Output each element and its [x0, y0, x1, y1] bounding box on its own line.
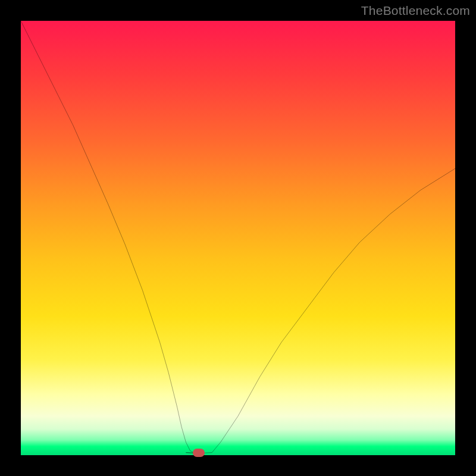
optimum-marker	[193, 449, 205, 457]
bottleneck-curve	[21, 21, 455, 455]
curve-path	[21, 21, 455, 453]
plot-area	[19, 19, 457, 457]
chart-frame: TheBottleneck.com	[0, 0, 476, 476]
watermark-text: TheBottleneck.com	[361, 4, 470, 18]
